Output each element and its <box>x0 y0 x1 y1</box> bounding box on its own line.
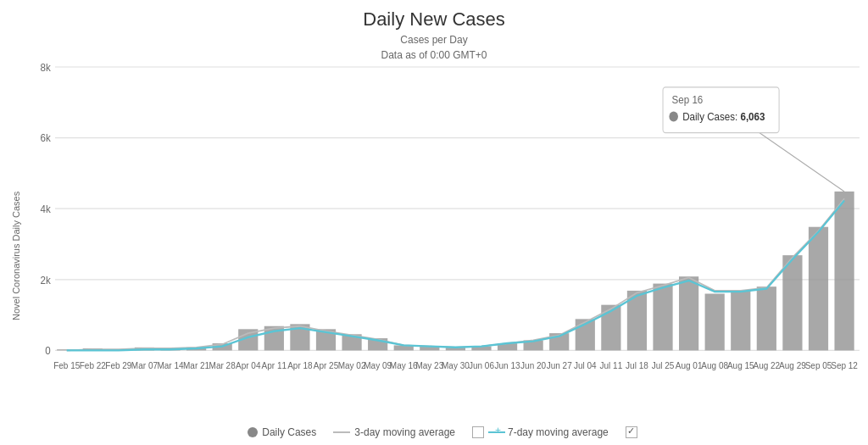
svg-text:Sep 12: Sep 12 <box>831 359 858 370</box>
svg-rect-35 <box>705 294 725 351</box>
svg-text:Aug 08: Aug 08 <box>701 359 728 370</box>
svg-text:Jul 11: Jul 11 <box>600 359 623 370</box>
svg-text:Aug 29: Aug 29 <box>779 359 806 370</box>
legend-3day-line <box>333 431 350 433</box>
svg-text:Jul 25: Jul 25 <box>652 359 675 370</box>
svg-text:Feb 15: Feb 15 <box>53 359 80 370</box>
chart-svg: 0 2k 4k 6k 8k <box>55 67 860 421</box>
svg-text:May 02: May 02 <box>338 359 366 370</box>
svg-text:Apr 04: Apr 04 <box>236 359 261 370</box>
chart-plot-area: 0 2k 4k 6k 8k <box>55 67 860 421</box>
svg-text:2k: 2k <box>40 274 51 286</box>
svg-text:Sep 05: Sep 05 <box>805 359 832 370</box>
svg-rect-36 <box>731 291 750 350</box>
svg-text:May 30: May 30 <box>442 359 470 370</box>
legend-3day: 3-day moving average <box>333 426 455 438</box>
svg-text:Mar 21: Mar 21 <box>183 359 209 370</box>
svg-text:May 23: May 23 <box>415 359 443 370</box>
y-axis-label: Novel Coronavirus Daily Cases <box>8 67 24 445</box>
svg-text:Apr 18: Apr 18 <box>287 359 313 370</box>
svg-text:Aug 15: Aug 15 <box>727 359 754 370</box>
svg-point-75 <box>669 112 678 122</box>
svg-text:Mar 14: Mar 14 <box>157 359 183 370</box>
svg-text:Sep 16: Sep 16 <box>672 93 704 106</box>
chart-subtitle: Cases per Day Data as of 0:00 GMT+0 <box>381 32 487 63</box>
legend-checkbox[interactable] <box>626 426 637 438</box>
svg-text:Jul 18: Jul 18 <box>626 359 648 370</box>
svg-text:Jul 04: Jul 04 <box>574 359 597 370</box>
legend-7day-label: 7-day moving average <box>508 426 609 438</box>
svg-text:8k: 8k <box>40 61 51 74</box>
legend-7day-box <box>472 426 484 438</box>
legend-daily-cases-dot <box>248 427 258 437</box>
svg-text:Jun 06: Jun 06 <box>469 359 494 370</box>
svg-text:May 16: May 16 <box>390 359 418 370</box>
svg-rect-37 <box>757 286 776 350</box>
svg-text:0: 0 <box>45 345 51 358</box>
svg-rect-40 <box>834 192 854 351</box>
chart-title: Daily New Cases <box>363 8 505 31</box>
legend-3day-label: 3-day moving average <box>354 426 455 438</box>
svg-text:Apr 11: Apr 11 <box>262 359 287 370</box>
svg-rect-38 <box>782 255 802 350</box>
legend-daily-cases: Daily Cases <box>248 426 316 438</box>
svg-text:Aug 01: Aug 01 <box>676 359 703 370</box>
svg-text:Jun 20: Jun 20 <box>520 359 546 370</box>
svg-text:Daily Cases: 6,063: Daily Cases: 6,063 <box>682 111 765 124</box>
legend-7day: 7-day moving average <box>472 426 609 438</box>
svg-rect-33 <box>653 284 672 351</box>
chart-inner: 0 2k 4k 6k 8k <box>25 67 860 445</box>
svg-text:Jun 27: Jun 27 <box>547 359 572 370</box>
svg-text:Jun 13: Jun 13 <box>495 359 520 370</box>
svg-text:4k: 4k <box>40 203 51 215</box>
svg-text:May 09: May 09 <box>364 359 392 370</box>
svg-text:6k: 6k <box>40 132 51 145</box>
svg-text:Feb 29: Feb 29 <box>105 359 131 370</box>
svg-rect-39 <box>809 227 828 351</box>
svg-text:Feb 22: Feb 22 <box>80 359 106 370</box>
svg-text:Aug 22: Aug 22 <box>753 359 780 370</box>
svg-text:Apr 25: Apr 25 <box>314 359 339 370</box>
svg-text:Mar 07: Mar 07 <box>131 359 158 370</box>
svg-text:Mar 28: Mar 28 <box>209 359 236 370</box>
legend-7day-line <box>488 431 505 433</box>
chart-container: Novel Coronavirus Daily Cases 0 2k 4k 6k… <box>0 63 868 445</box>
svg-line-72 <box>752 128 844 192</box>
legend-daily-cases-label: Daily Cases <box>262 426 316 438</box>
legend-check-box[interactable] <box>626 426 637 438</box>
svg-rect-34 <box>679 276 698 350</box>
chart-legend: Daily Cases 3-day moving average 7-day m… <box>25 421 860 445</box>
